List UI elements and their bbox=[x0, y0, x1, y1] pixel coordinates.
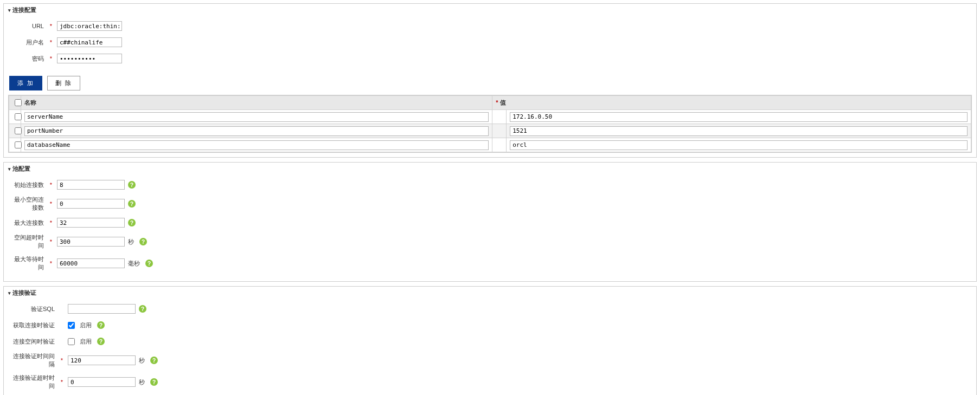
panel-pool-header[interactable]: 池配置 bbox=[4, 163, 976, 175]
required-marker: * bbox=[47, 182, 55, 188]
panel-validation-header[interactable]: 连接验证 bbox=[4, 287, 976, 299]
input-initial-size[interactable] bbox=[57, 180, 125, 190]
label-validation-timeout: 连接验证超时时间 bbox=[9, 374, 58, 390]
panel-connection-validation: 连接验证 验证SQL * ? 获取连接时验证 启用 ? 连接空闲时验证 启用 ?… bbox=[3, 286, 977, 395]
label-url: URL bbox=[9, 23, 47, 29]
select-all-checkbox[interactable] bbox=[15, 99, 22, 106]
label-password: 密码 bbox=[9, 55, 47, 63]
input-property-value[interactable] bbox=[510, 126, 968, 136]
help-icon[interactable]: ? bbox=[97, 338, 105, 345]
table-row[interactable] bbox=[9, 124, 971, 138]
unit-seconds: 秒 bbox=[139, 357, 145, 365]
required-marker: * bbox=[47, 200, 55, 207]
col-name-header[interactable]: 名称 bbox=[21, 96, 492, 110]
help-icon[interactable]: ? bbox=[128, 200, 136, 208]
label-idle-timeout: 空闲超时时间 bbox=[9, 234, 47, 250]
input-validation-timeout[interactable] bbox=[68, 377, 136, 387]
row-checkbox[interactable] bbox=[15, 127, 22, 134]
input-idle-timeout[interactable] bbox=[57, 237, 125, 247]
label-username: 用户名 bbox=[9, 38, 47, 47]
required-marker: * bbox=[47, 219, 55, 226]
input-property-value[interactable] bbox=[510, 112, 968, 122]
input-min-idle[interactable] bbox=[57, 199, 125, 209]
required-marker: * bbox=[58, 379, 66, 385]
table-row[interactable] bbox=[9, 138, 971, 152]
panel-pool-config: 池配置 初始连接数 * ? 最小空闲连接数 * ? 最大连接数 * ? 空闲超时… bbox=[3, 162, 977, 282]
checkbox-validate-on-borrow[interactable] bbox=[68, 322, 75, 329]
required-marker: * bbox=[47, 238, 55, 245]
input-validation-sql[interactable] bbox=[68, 304, 136, 314]
row-checkbox[interactable] bbox=[15, 141, 22, 148]
label-validation-interval: 连接验证时间间隔 bbox=[9, 352, 58, 368]
required-marker: * bbox=[47, 260, 55, 267]
required-marker: * bbox=[58, 357, 66, 364]
input-url[interactable] bbox=[57, 21, 122, 31]
required-marker: * bbox=[47, 39, 55, 46]
input-property-name[interactable] bbox=[24, 112, 489, 122]
unit-seconds: 秒 bbox=[128, 238, 134, 246]
add-button[interactable]: 添 加 bbox=[9, 76, 42, 90]
table-row[interactable] bbox=[9, 110, 971, 124]
label-max-active: 最大连接数 bbox=[9, 219, 47, 227]
unit-seconds: 秒 bbox=[139, 378, 145, 386]
help-icon[interactable]: ? bbox=[145, 260, 153, 267]
help-icon[interactable]: ? bbox=[128, 181, 136, 189]
unit-ms: 毫秒 bbox=[128, 260, 140, 268]
help-icon[interactable]: ? bbox=[97, 321, 105, 329]
help-icon[interactable]: ? bbox=[150, 378, 158, 386]
required-marker: * bbox=[47, 23, 55, 29]
input-max-active[interactable] bbox=[57, 218, 125, 228]
input-property-name[interactable] bbox=[24, 140, 489, 150]
input-max-wait[interactable] bbox=[57, 258, 125, 268]
label-enable: 启用 bbox=[80, 321, 92, 329]
help-icon[interactable]: ? bbox=[139, 305, 146, 313]
row-checkbox[interactable] bbox=[15, 113, 22, 120]
label-initial-size: 初始连接数 bbox=[9, 181, 47, 189]
col-value-header[interactable]: 值 bbox=[492, 96, 971, 110]
help-icon[interactable]: ? bbox=[139, 238, 147, 245]
required-marker: * bbox=[47, 55, 55, 62]
label-validate-on-idle: 连接空闲时验证 bbox=[9, 338, 58, 346]
delete-button[interactable]: 删 除 bbox=[47, 76, 80, 90]
input-property-name[interactable] bbox=[24, 126, 489, 136]
properties-table: 名称 值 bbox=[9, 95, 971, 152]
label-validation-sql: 验证SQL bbox=[9, 305, 58, 313]
help-icon[interactable]: ? bbox=[150, 357, 158, 364]
input-validation-interval[interactable] bbox=[68, 355, 136, 365]
input-property-value[interactable] bbox=[510, 140, 968, 150]
label-min-idle: 最小空闲连接数 bbox=[9, 196, 47, 212]
label-validate-on-borrow: 获取连接时验证 bbox=[9, 321, 58, 329]
checkbox-validate-on-idle[interactable] bbox=[68, 338, 75, 345]
panel-connection-config: 连接配置 URL * 用户名 * 密码 * 添 加 删 除 bbox=[3, 3, 977, 158]
label-enable: 启用 bbox=[80, 338, 92, 346]
panel-connection-header[interactable]: 连接配置 bbox=[4, 4, 976, 16]
help-icon[interactable]: ? bbox=[128, 219, 136, 226]
input-password[interactable] bbox=[57, 54, 122, 63]
label-max-wait: 最大等待时间 bbox=[9, 255, 47, 271]
input-username[interactable] bbox=[57, 37, 122, 47]
